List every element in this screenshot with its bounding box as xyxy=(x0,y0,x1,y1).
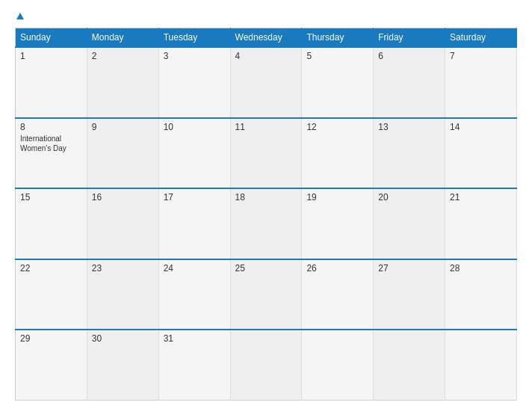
day-number: 11 xyxy=(235,122,297,132)
calendar-cell: 23 xyxy=(87,259,158,330)
calendar-header: SundayMondayTuesdayWednesdayThursdayFrid… xyxy=(16,28,517,48)
day-number: 30 xyxy=(92,333,154,344)
week-row-5: 293031 xyxy=(16,330,517,401)
calendar-body: 12345678International Women's Day9101112… xyxy=(16,47,517,401)
day-number: 21 xyxy=(450,192,512,203)
day-number: 31 xyxy=(164,333,226,344)
header-wednesday: Wednesday xyxy=(230,28,302,48)
day-number: 18 xyxy=(235,192,297,203)
header-saturday: Saturday xyxy=(445,28,517,48)
calendar-cell: 15 xyxy=(16,188,87,259)
calendar-cell: 16 xyxy=(87,188,158,259)
day-number: 7 xyxy=(450,51,512,61)
calendar-cell: 17 xyxy=(158,188,230,259)
day-number: 2 xyxy=(92,51,154,61)
day-number: 12 xyxy=(306,122,368,132)
calendar-cell: 25 xyxy=(230,259,302,330)
day-number: 16 xyxy=(92,192,154,203)
calendar-cell: 14 xyxy=(445,118,517,189)
header-friday: Friday xyxy=(374,28,445,48)
day-number: 29 xyxy=(20,333,82,344)
calendar-cell: 3 xyxy=(158,47,230,118)
day-number: 15 xyxy=(20,192,82,203)
calendar-cell: 30 xyxy=(87,330,158,401)
calendar-cell: 31 xyxy=(158,330,230,401)
week-row-4: 22232425262728 xyxy=(16,259,517,330)
calendar-cell: 28 xyxy=(445,259,517,330)
day-number: 1 xyxy=(20,51,82,61)
header xyxy=(15,13,517,20)
calendar-cell: 11 xyxy=(230,118,302,189)
week-row-2: 8International Women's Day91011121314 xyxy=(16,118,517,189)
day-number: 14 xyxy=(450,122,512,132)
calendar-cell: 20 xyxy=(374,188,445,259)
calendar-event: International Women's Day xyxy=(20,134,82,153)
calendar-cell: 19 xyxy=(302,188,374,259)
calendar-cell: 10 xyxy=(158,118,230,189)
day-number: 20 xyxy=(378,192,440,203)
day-number: 24 xyxy=(164,263,226,274)
week-row-1: 1234567 xyxy=(16,47,517,118)
page: SundayMondayTuesdayWednesdayThursdayFrid… xyxy=(0,0,532,411)
calendar-cell: 18 xyxy=(230,188,302,259)
day-number: 8 xyxy=(20,122,82,132)
calendar-cell: 4 xyxy=(230,47,302,118)
calendar-cell: 26 xyxy=(302,259,374,330)
calendar-cell: 7 xyxy=(445,47,517,118)
day-number: 23 xyxy=(92,263,154,274)
day-number: 17 xyxy=(164,192,226,203)
day-number: 19 xyxy=(306,192,368,203)
calendar-cell: 2 xyxy=(87,47,158,118)
calendar-cell: 6 xyxy=(374,47,445,118)
day-number: 5 xyxy=(306,51,368,61)
calendar-cell xyxy=(230,330,302,401)
calendar-cell xyxy=(302,330,374,401)
calendar-cell xyxy=(445,330,517,401)
day-number: 6 xyxy=(378,51,440,61)
logo-triangle-icon xyxy=(16,13,24,19)
calendar-cell: 24 xyxy=(158,259,230,330)
header-monday: Monday xyxy=(87,28,158,48)
day-number: 25 xyxy=(235,263,297,274)
day-number: 4 xyxy=(235,51,297,61)
logo xyxy=(15,13,24,20)
header-sunday: Sunday xyxy=(16,28,87,48)
day-number: 10 xyxy=(164,122,226,132)
day-number: 28 xyxy=(450,263,512,274)
calendar-cell: 5 xyxy=(302,47,374,118)
calendar-cell: 12 xyxy=(302,118,374,189)
calendar-cell: 9 xyxy=(87,118,158,189)
calendar-cell xyxy=(374,330,445,401)
day-number: 9 xyxy=(92,122,154,132)
header-tuesday: Tuesday xyxy=(158,28,230,48)
calendar-cell: 8International Women's Day xyxy=(16,118,87,189)
calendar-cell: 1 xyxy=(16,47,87,118)
day-number: 3 xyxy=(164,51,226,61)
day-number: 22 xyxy=(20,263,82,274)
day-number: 26 xyxy=(306,263,368,274)
calendar-cell: 21 xyxy=(445,188,517,259)
calendar-cell: 27 xyxy=(374,259,445,330)
day-number: 13 xyxy=(378,122,440,132)
calendar-cell: 13 xyxy=(374,118,445,189)
header-thursday: Thursday xyxy=(302,28,374,48)
week-row-3: 15161718192021 xyxy=(16,188,517,259)
calendar-cell: 22 xyxy=(16,259,87,330)
calendar-cell: 29 xyxy=(16,330,87,401)
day-number: 27 xyxy=(378,263,440,274)
calendar-table: SundayMondayTuesdayWednesdayThursdayFrid… xyxy=(15,28,517,401)
days-of-week-row: SundayMondayTuesdayWednesdayThursdayFrid… xyxy=(16,28,517,48)
